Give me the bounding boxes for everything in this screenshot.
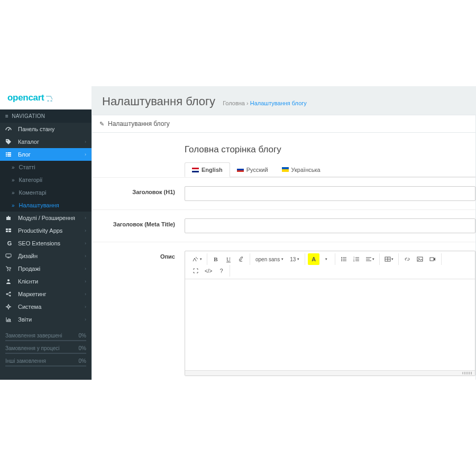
editor-size-dropdown[interactable]: 13▾ bbox=[287, 253, 302, 265]
svg-rect-12 bbox=[8, 231, 11, 232]
flag-ru-icon bbox=[237, 167, 244, 172]
editor-image-button[interactable] bbox=[414, 253, 426, 265]
section-title: Головна сторінка блогу bbox=[92, 144, 475, 162]
svg-rect-53 bbox=[430, 258, 434, 261]
svg-point-37 bbox=[341, 260, 342, 261]
cart-icon bbox=[5, 266, 14, 272]
sidebar-item-productivity[interactable]: Productivity Apps › bbox=[0, 224, 91, 237]
menu-icon: ≡ bbox=[5, 113, 8, 119]
sidebar-item-reports[interactable]: Звіти › bbox=[0, 313, 91, 326]
subnav-comments[interactable]: »Коментарі bbox=[0, 186, 91, 199]
list-icon bbox=[5, 151, 14, 158]
blog-submenu: »Статті »Категорії »Коментарі »Налаштува… bbox=[0, 161, 91, 212]
subnav-articles[interactable]: »Статті bbox=[0, 161, 91, 173]
flag-en-icon bbox=[192, 168, 199, 172]
svg-point-17 bbox=[7, 279, 10, 281]
google-icon: G bbox=[5, 240, 14, 246]
editor-link-button[interactable] bbox=[401, 253, 413, 265]
language-tabs: English Русский Українська bbox=[185, 162, 475, 177]
svg-point-15 bbox=[7, 270, 8, 271]
chart-icon bbox=[5, 316, 14, 323]
editor-table-button[interactable]: ▾ bbox=[382, 253, 396, 265]
svg-rect-30 bbox=[7, 319, 8, 322]
svg-point-16 bbox=[10, 270, 11, 271]
sidebar-item-catalog[interactable]: Каталог › bbox=[0, 135, 91, 148]
svg-point-23 bbox=[7, 306, 10, 308]
meta-title-input[interactable] bbox=[185, 218, 475, 233]
chevron-right-icon: › bbox=[85, 228, 86, 233]
svg-rect-11 bbox=[6, 231, 8, 232]
editor-font-dropdown[interactable]: open sans▾ bbox=[253, 253, 286, 265]
chevron-right-icon: › bbox=[85, 266, 86, 271]
main-content: Налаштування блогу Головна › Налаштуванн… bbox=[91, 86, 476, 380]
editor-code-button[interactable]: </> bbox=[203, 265, 214, 277]
svg-rect-31 bbox=[8, 318, 10, 322]
editor-help-button[interactable]: ? bbox=[215, 265, 227, 277]
meta-title-label: Заголовок (Meta Title) bbox=[92, 218, 185, 227]
logo[interactable]: opencart bbox=[0, 86, 91, 109]
description-label: Опис bbox=[92, 251, 185, 260]
editor-color-dropdown[interactable]: ▾ bbox=[321, 253, 332, 265]
editor-align-button[interactable]: ▾ bbox=[363, 253, 377, 265]
tag-icon bbox=[5, 139, 14, 145]
editor-bold-button[interactable]: B bbox=[210, 253, 222, 265]
page-title: Налаштування блогу bbox=[102, 95, 215, 108]
editor-ul-button[interactable] bbox=[338, 253, 350, 265]
lang-tab-ukrainian[interactable]: Українська bbox=[275, 162, 327, 177]
svg-rect-14 bbox=[7, 258, 10, 258]
svg-rect-4 bbox=[7, 152, 11, 153]
chevron-right-icon: › bbox=[85, 215, 86, 221]
svg-line-21 bbox=[7, 293, 10, 294]
logo-cart-icon bbox=[45, 95, 57, 102]
sidebar-item-sales[interactable]: Продажі › bbox=[0, 262, 91, 275]
lang-tab-russian[interactable]: Русский bbox=[230, 162, 275, 177]
h1-input[interactable] bbox=[185, 186, 475, 201]
sidebar-item-design[interactable]: Дизайн › bbox=[0, 250, 91, 262]
settings-panel: ✎ Налаштування блогу Головна сторінка бл… bbox=[91, 115, 476, 380]
svg-text:3: 3 bbox=[353, 260, 355, 262]
svg-rect-7 bbox=[6, 155, 7, 157]
chevron-right-icon: › bbox=[85, 291, 86, 297]
editor-fullscreen-button[interactable] bbox=[190, 265, 202, 277]
editor-clear-button[interactable] bbox=[235, 253, 247, 265]
svg-point-35 bbox=[341, 259, 342, 260]
sidebar-item-blog[interactable]: Блог › bbox=[0, 148, 91, 161]
editor-highlight-button[interactable]: A bbox=[308, 253, 319, 265]
svg-line-1 bbox=[8, 129, 10, 130]
breadcrumb-current[interactable]: Налаштування блогу bbox=[250, 100, 307, 106]
lang-tab-english[interactable]: English bbox=[185, 162, 230, 177]
chevron-right-icon: › bbox=[85, 139, 86, 144]
puzzle-icon bbox=[5, 215, 14, 221]
svg-rect-10 bbox=[8, 228, 11, 230]
gear-icon bbox=[5, 304, 14, 310]
svg-rect-13 bbox=[6, 254, 11, 257]
svg-line-22 bbox=[7, 295, 10, 296]
page-header: Налаштування блогу Головна › Налаштуванн… bbox=[91, 86, 476, 115]
breadcrumb-home[interactable]: Головна bbox=[223, 100, 245, 106]
svg-point-2 bbox=[7, 140, 8, 141]
order-stats: Замовлення завершені0% Замовлення у проц… bbox=[0, 331, 91, 369]
svg-rect-32 bbox=[10, 319, 11, 322]
svg-rect-3 bbox=[6, 152, 7, 153]
editor-content[interactable] bbox=[185, 279, 475, 370]
editor-style-button[interactable]: ▾ bbox=[190, 253, 204, 265]
editor-video-button[interactable] bbox=[427, 253, 438, 265]
editor-ol-button[interactable]: 123 bbox=[351, 253, 362, 265]
sidebar: opencart ≡ NAVIGATION Панель стану Катал… bbox=[0, 86, 91, 380]
subnav-categories[interactable]: »Категорії bbox=[0, 173, 91, 186]
subnav-settings[interactable]: »Налаштування bbox=[0, 199, 91, 212]
sidebar-item-customers[interactable]: Клієнти › bbox=[0, 275, 91, 288]
h1-label: Заголовок (H1) bbox=[92, 186, 185, 195]
sidebar-item-modules[interactable]: Модулі / Розширення › bbox=[0, 212, 91, 224]
dashboard-icon bbox=[5, 126, 14, 132]
pencil-icon: ✎ bbox=[99, 121, 104, 127]
flag-ua-icon bbox=[282, 167, 289, 172]
editor-underline-button[interactable]: U bbox=[223, 253, 234, 265]
sidebar-item-marketing[interactable]: Маркетинг › bbox=[0, 288, 91, 300]
svg-rect-8 bbox=[7, 155, 11, 157]
sidebar-item-system[interactable]: Система › bbox=[0, 300, 91, 313]
sidebar-item-dashboard[interactable]: Панель стану bbox=[0, 123, 91, 135]
windows-icon bbox=[5, 227, 14, 234]
editor-resize-handle[interactable] bbox=[185, 370, 475, 376]
sidebar-item-seo[interactable]: G SEO Extensions › bbox=[0, 237, 91, 250]
